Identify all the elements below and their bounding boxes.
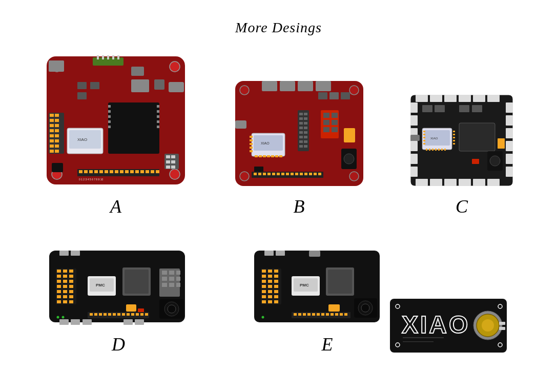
svg-rect-41 [157,115,159,118]
svg-rect-92 [250,143,253,145]
svg-rect-105 [299,122,303,125]
svg-rect-43 [157,126,159,128]
board-e-item: PMC [252,248,510,355]
svg-rect-85 [316,81,331,91]
svg-rect-166 [410,141,418,151]
svg-rect-144 [304,173,307,175]
svg-rect-117 [304,140,307,143]
svg-rect-160 [459,179,471,186]
svg-rect-58 [130,170,134,173]
svg-rect-286 [268,290,272,293]
svg-rect-48 [79,170,82,173]
svg-rect-110 [299,145,303,148]
svg-rect-56 [120,170,123,173]
svg-rect-49 [84,170,88,173]
svg-rect-264 [117,313,120,316]
svg-rect-195 [453,143,455,145]
svg-point-78 [240,86,249,95]
svg-rect-155 [473,95,485,102]
svg-rect-37 [108,120,111,123]
svg-rect-133 [254,173,257,175]
svg-rect-146 [314,173,317,175]
svg-rect-170 [506,115,513,126]
svg-rect-181 [423,137,425,138]
svg-rect-24 [55,124,59,127]
svg-rect-191 [453,131,455,132]
svg-point-81 [349,172,359,181]
svg-rect-135 [263,173,266,175]
svg-rect-211 [123,319,133,325]
svg-point-2 [170,61,180,72]
board-b-image: XIAO [231,77,367,190]
svg-rect-57 [125,170,129,173]
svg-rect-28 [55,145,59,148]
svg-rect-25 [55,129,59,132]
svg-rect-317 [340,313,343,316]
svg-rect-22 [55,114,59,117]
svg-rect-182 [423,140,425,141]
svg-rect-7 [97,55,99,59]
svg-rect-50 [89,170,93,173]
board-a-label: A [110,196,121,217]
svg-rect-310 [307,313,311,316]
svg-rect-192 [453,134,455,135]
svg-rect-90 [250,136,253,138]
svg-rect-21 [50,150,54,153]
svg-rect-75 [166,166,170,169]
svg-rect-329 [499,322,505,325]
svg-rect-115 [304,131,307,134]
svg-rect-291 [274,280,278,283]
svg-rect-172 [506,141,513,151]
svg-rect-61 [146,170,149,173]
svg-rect-218 [57,290,61,293]
svg-rect-66 [52,163,63,172]
svg-rect-269 [140,313,143,316]
svg-point-199 [490,156,500,166]
svg-rect-121 [332,113,338,118]
svg-rect-123 [332,120,338,125]
svg-rect-124 [323,127,329,132]
svg-rect-134 [258,173,261,175]
svg-rect-139 [281,173,284,175]
svg-rect-209 [71,319,80,325]
svg-rect-268 [136,313,139,316]
board-b-label: B [294,196,305,217]
svg-rect-95 [255,155,258,157]
svg-rect-217 [57,285,61,288]
svg-rect-120 [323,113,329,118]
svg-rect-193 [453,137,455,138]
svg-rect-91 [250,139,253,141]
svg-rect-51 [94,170,98,173]
svg-rect-72 [171,155,175,158]
svg-rect-38 [108,126,111,128]
svg-rect-212 [135,319,144,325]
svg-rect-33 [108,102,159,154]
svg-rect-96 [259,155,262,157]
svg-rect-183 [423,143,425,145]
svg-rect-214 [57,270,61,273]
svg-rect-175 [459,123,495,151]
svg-rect-220 [57,300,61,303]
svg-rect-129 [318,92,327,99]
svg-rect-194 [453,140,455,141]
svg-rect-204 [410,135,420,141]
svg-rect-201 [435,105,445,112]
svg-rect-251 [176,283,180,287]
svg-rect-126 [344,128,355,142]
svg-rect-219 [57,295,61,298]
svg-rect-52 [99,170,103,173]
svg-rect-226 [63,295,67,298]
svg-rect-196 [498,138,505,149]
svg-rect-11 [117,55,119,59]
svg-rect-97 [263,155,266,157]
svg-rect-259 [94,313,97,316]
svg-rect-156 [487,95,500,102]
svg-rect-106 [299,127,303,129]
svg-rect-231 [69,285,73,288]
svg-rect-111 [304,113,307,115]
svg-rect-316 [335,313,338,316]
board-e-left-image: PMC [252,248,382,327]
svg-rect-275 [262,270,266,273]
svg-rect-163 [410,102,418,113]
svg-rect-45 [154,79,164,90]
